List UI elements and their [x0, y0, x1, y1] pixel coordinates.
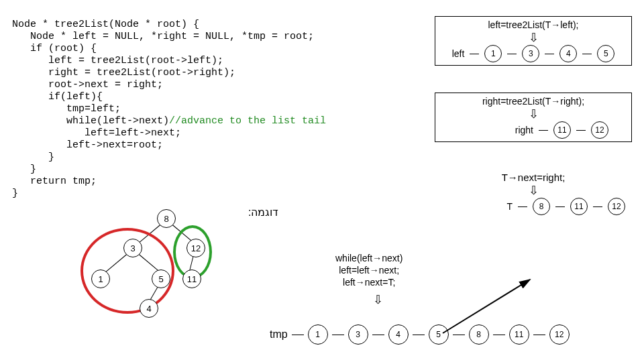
code-comment: //advance to the list tail [169, 115, 326, 127]
tree-node: 12 [186, 239, 205, 257]
tree-node: 11 [182, 269, 201, 288]
code-line: } [12, 188, 18, 199]
code-line: left=left->next; [12, 127, 181, 139]
code-block: Node * tree2List(Node * root) { Node * l… [12, 19, 326, 200]
list-node: 12 [549, 324, 570, 345]
left-label: left [452, 48, 465, 59]
list-link [507, 54, 517, 54]
list-node: 11 [553, 121, 571, 139]
list-link [582, 54, 592, 54]
t-list-block: T→next=right; ⇩ T 8 11 12 [435, 172, 632, 215]
code-line: } [12, 152, 54, 163]
code-line: } [12, 164, 36, 175]
tree-node: 1 [91, 269, 110, 288]
example-label: דוגמה: [248, 206, 278, 219]
code-line: return tmp; [12, 176, 97, 187]
down-arrow-icon: ⇩ [435, 184, 632, 196]
code-line: while(left->next) [12, 115, 169, 127]
list-node: 3 [522, 45, 539, 62]
list-node: 5 [597, 45, 614, 62]
tree-node: 8 [157, 209, 176, 228]
code-line: if(left){ [12, 91, 103, 103]
code-line: Node * left = NULL, *right = NULL, *tmp … [12, 31, 314, 42]
down-arrow-icon: ⇩ [438, 32, 629, 44]
list-node: 1 [308, 324, 328, 345]
list-node: 1 [484, 45, 502, 62]
code-line: left = tree2List(root->left); [12, 55, 223, 66]
list-link [539, 130, 548, 131]
tree-node: 5 [152, 269, 170, 288]
down-arrow-icon: ⇩ [438, 108, 629, 120]
left-list-title: left=tree2List(T→left); [438, 19, 629, 30]
code-line: right = tree2List(root->right); [12, 67, 235, 78]
right-label: right [515, 125, 533, 135]
tree-node: 4 [140, 299, 158, 318]
list-node: 12 [608, 198, 625, 215]
list-node: 8 [533, 198, 550, 215]
list-node: 11 [570, 198, 588, 215]
pointer-arrow [362, 276, 537, 337]
list-link [555, 206, 565, 207]
list-link [292, 335, 304, 335]
list-link [518, 206, 527, 207]
left-list-panel: left=tree2List(T→left); ⇩ left 1 3 4 5 [435, 16, 632, 66]
tree-node: 3 [123, 239, 142, 257]
right-list-panel: right=tree2List(T→right); ⇩ right 11 12 [435, 93, 632, 142]
while-line: left=left→next; [335, 264, 402, 276]
list-link [545, 54, 554, 54]
svg-line-0 [443, 280, 530, 333]
code-line: Node * tree2List(Node * root) { [12, 19, 199, 30]
list-link [470, 54, 479, 54]
while-line: while(left→next) [335, 252, 402, 264]
code-line: left->next=root; [12, 139, 163, 151]
code-line: if (root) { [12, 43, 97, 54]
code-line: tmp=left; [12, 103, 121, 115]
right-list-title: right=tree2List(T→right); [438, 96, 629, 107]
list-link [576, 130, 586, 131]
tmp-label: tmp [270, 328, 288, 341]
list-node: 12 [591, 121, 608, 139]
example-tree: 8 3 12 1 5 11 4 [87, 209, 228, 323]
t-list-title: T→next=right; [435, 172, 632, 183]
t-label: T [506, 201, 513, 212]
list-link [332, 335, 344, 335]
list-node: 4 [559, 45, 577, 62]
list-link [593, 206, 602, 207]
code-line: root->next = right; [12, 79, 163, 90]
